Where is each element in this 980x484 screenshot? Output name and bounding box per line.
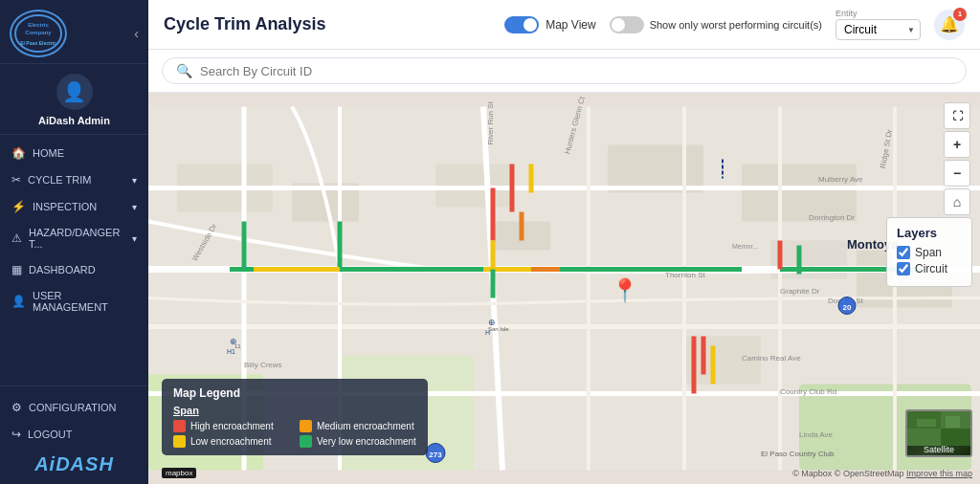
satellite-preview-image	[907, 411, 972, 446]
sidebar-item-user-management-label: USER MANAGEMENT	[33, 290, 137, 313]
svg-text:Mulberry Ave: Mulberry Ave	[818, 175, 863, 184]
svg-text:Linda Ave: Linda Ave	[799, 430, 834, 439]
legend-grid: High encroachment Medium encroachment Lo…	[173, 420, 416, 448]
sidebar-item-cycle-trim-label: CYCLE TRIM	[28, 174, 91, 186]
svg-text:El Paso Electric: El Paso Electric	[20, 40, 56, 46]
main-nav: 🏠 HOME ✂ CYCLE TRIM ▾ ⚡ INSPECTION ▾ ⚠ H…	[0, 135, 148, 385]
sidebar-item-home[interactable]: 🏠 HOME	[0, 140, 148, 166]
map-credit-left: mapbox	[162, 468, 196, 478]
sidebar-item-logout-label: LOGOUT	[28, 429, 72, 440]
company-logo: Electric Company El Paso Electric	[10, 10, 67, 57]
layer-span-checkbox[interactable]	[897, 246, 910, 259]
user-management-icon: 👤	[11, 295, 26, 308]
layer-circuit: Circuit	[897, 262, 962, 275]
sidebar-item-cycle-trim[interactable]: ✂ CYCLE TRIM ▾	[0, 166, 148, 193]
legend-low-label: Low encroachment	[190, 436, 272, 447]
worst-circuit-switch[interactable]	[610, 16, 644, 33]
legend-item-very-low: Very low encroachment	[300, 435, 416, 448]
sidebar-bottom: ⚙ CONFIGURATION ↪ LOGOUT AiDASH	[0, 385, 148, 484]
search-input[interactable]	[200, 64, 952, 78]
sidebar-item-configuration[interactable]: ⚙ CONFIGURATION	[0, 394, 148, 421]
expand-map-button[interactable]: ⛶	[944, 102, 970, 129]
cycle-trim-icon: ✂	[11, 173, 21, 187]
map-controls: ⛶ + − ⌂	[944, 102, 970, 215]
sidebar-item-dashboard-label: DASHBOARD	[29, 264, 96, 275]
low-encroachment-color	[173, 435, 186, 448]
entity-label: Entity	[835, 9, 921, 18]
legend-title: Map Legend	[173, 386, 416, 400]
svg-text:Camino Real Ave: Camino Real Ave	[742, 354, 801, 363]
chevron-down-icon-3: ▾	[132, 233, 137, 244]
satellite-thumbnail[interactable]: Satellite	[905, 409, 972, 457]
legend-item-high: High encroachment	[173, 420, 290, 432]
notification-button[interactable]: 🔔 1	[934, 10, 965, 40]
svg-text:20: 20	[843, 303, 852, 312]
inspection-icon: ⚡	[11, 200, 26, 213]
layer-span-label: Span	[915, 246, 942, 259]
dashboard-icon: ▦	[11, 263, 22, 276]
notification-badge: 1	[953, 8, 967, 21]
page-title: Cycle Trim Analysis	[164, 14, 325, 34]
map-credit-right: © Mapbox © OpenStreetMap Improve this ma…	[792, 469, 972, 478]
map-view-label: Map View	[546, 18, 595, 32]
very-low-encroachment-color	[300, 435, 312, 448]
svg-text:Company: Company	[25, 30, 52, 35]
worst-circuit-label: Show only worst performing circuit(s)	[650, 19, 822, 31]
layers-title: Layers	[897, 226, 962, 240]
legend-section-span: Span	[173, 405, 416, 416]
legend-item-medium: Medium encroachment	[300, 420, 416, 432]
logout-icon: ↪	[11, 428, 21, 441]
svg-text:11: 11	[234, 343, 241, 349]
username-label: AiDash Admin	[38, 115, 110, 126]
map-view-toggle: Map View	[504, 16, 595, 33]
sidebar-item-hazard[interactable]: ⚠ HAZARD/DANGER T... ▾	[0, 220, 148, 256]
sidebar-item-hazard-label: HAZARD/DANGER T...	[29, 227, 132, 250]
legend-medium-label: Medium encroachment	[317, 421, 414, 431]
improve-map-link[interactable]: Improve this map	[906, 469, 972, 478]
svg-text:El Paso Country Club: El Paso Country Club	[761, 450, 835, 458]
legend-item-low: Low encroachment	[173, 435, 290, 448]
sidebar-item-inspection[interactable]: ⚡ INSPECTION ▾	[0, 193, 148, 220]
aidash-footer-logo: AiDASH	[0, 448, 148, 479]
main-content: Cycle Trim Analysis Map View Show only w…	[148, 0, 980, 484]
layer-circuit-checkbox[interactable]	[897, 262, 910, 275]
home-button[interactable]: ⌂	[944, 188, 970, 215]
hazard-icon: ⚠	[11, 231, 22, 245]
sidebar: Electric Company El Paso Electric ‹ 👤 Ai…	[0, 0, 148, 484]
user-profile-area: 👤 AiDash Admin	[0, 64, 148, 135]
sidebar-item-home-label: HOME	[33, 147, 64, 159]
user-icon: 👤	[62, 80, 86, 103]
sidebar-collapse-btn[interactable]: ‹	[134, 26, 139, 41]
svg-text:San Isle: San Isle	[488, 326, 509, 332]
entity-select[interactable]: Circuit Substation Feeder	[835, 19, 921, 40]
sidebar-logo-area: Electric Company El Paso Electric ‹	[0, 0, 148, 64]
svg-rect-80	[946, 416, 960, 428]
svg-text:Billy Crews: Billy Crews	[244, 361, 282, 369]
svg-text:Electric: Electric	[28, 22, 49, 28]
svg-text:273: 273	[429, 451, 442, 459]
svg-text:Memor...: Memor...	[732, 243, 758, 250]
map-area[interactable]: Westside Dr River Run St Hunters Glenn C…	[148, 93, 980, 484]
map-view-switch[interactable]	[504, 16, 539, 33]
zoom-out-button[interactable]: −	[944, 160, 970, 187]
svg-text:Graphite Dr: Graphite Dr	[780, 287, 820, 296]
legend-high-label: High encroachment	[190, 421, 274, 431]
topbar: Cycle Trim Analysis Map View Show only w…	[148, 0, 980, 50]
svg-rect-78	[941, 429, 972, 446]
avatar: 👤	[56, 74, 93, 110]
map-legend: Map Legend Span High encroachment Medium…	[162, 379, 428, 455]
chevron-down-icon: ▾	[132, 175, 137, 186]
zoom-in-button[interactable]: +	[944, 131, 970, 158]
aidash-brand: AiDASH	[0, 453, 148, 475]
search-bar-wrap: 🔍	[148, 50, 980, 93]
sidebar-item-configuration-label: CONFIGURATION	[29, 402, 116, 413]
worst-circuit-toggle: Show only worst performing circuit(s)	[610, 16, 822, 33]
search-bar: 🔍	[162, 57, 967, 84]
entity-dropdown-wrap: Entity Circuit Substation Feeder	[835, 9, 921, 40]
high-encroachment-color	[173, 420, 186, 432]
sidebar-item-user-management[interactable]: 👤 USER MANAGEMENT	[0, 283, 148, 319]
sidebar-item-logout[interactable]: ↪ LOGOUT	[0, 421, 148, 448]
svg-text:📍: 📍	[611, 276, 639, 304]
svg-text:Country Club Rd: Country Club Rd	[780, 387, 836, 396]
sidebar-item-dashboard[interactable]: ▦ DASHBOARD	[0, 256, 148, 283]
